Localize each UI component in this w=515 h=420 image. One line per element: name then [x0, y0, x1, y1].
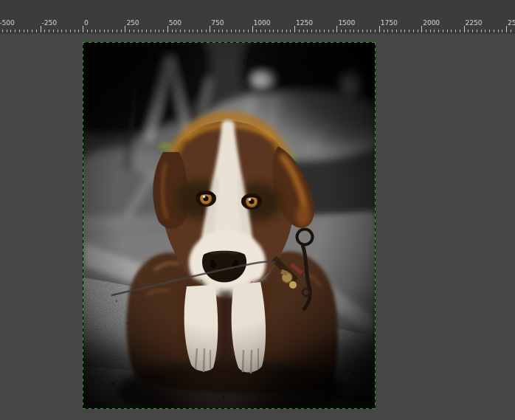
ruler-tick	[129, 30, 130, 32]
ruler-tick	[155, 30, 156, 32]
ruler-tick	[401, 30, 401, 32]
ruler-tick	[464, 26, 465, 32]
ruler-tick	[384, 30, 384, 32]
ruler-tick	[307, 30, 308, 32]
ruler-tick	[201, 30, 202, 32]
ruler-tick	[502, 30, 502, 32]
ruler-label: 2000	[423, 20, 440, 27]
ruler-tick	[455, 30, 456, 32]
ruler-tick	[70, 30, 71, 32]
ruler-tick	[231, 30, 232, 32]
ruler-tick	[434, 30, 435, 32]
image-layer[interactable]	[83, 42, 376, 409]
ruler-tick	[345, 30, 346, 32]
layer-boundary-right	[375, 42, 376, 409]
ruler-label: -500	[0, 20, 15, 27]
ruler-tick	[189, 30, 190, 32]
ruler-tick	[36, 30, 37, 32]
ruler-tick	[53, 30, 54, 32]
photo-border-collie-puppy[interactable]	[83, 43, 375, 408]
ruler-tick	[447, 30, 448, 32]
ruler-tick	[146, 30, 147, 32]
ruler-tick	[350, 30, 350, 32]
ruler-tick	[32, 30, 32, 32]
ruler-tick	[485, 30, 485, 32]
ruler-tick	[125, 26, 125, 32]
ruler-tick	[214, 30, 215, 32]
ruler-tick	[319, 30, 320, 32]
ruler-tick	[108, 30, 108, 32]
ruler-tick	[341, 30, 342, 32]
horizontal-ruler[interactable]: -500-25002505007501000125015001750200022…	[0, 18, 515, 33]
ruler-tick	[443, 30, 443, 32]
ruler-tick	[49, 30, 49, 32]
ruler-tick	[438, 30, 439, 32]
ruler-tick	[252, 26, 253, 32]
ruler-label: 250	[126, 20, 139, 27]
layer-boundary-bottom	[83, 408, 376, 409]
ruler-tick	[138, 30, 139, 32]
ruler-tick	[83, 26, 83, 32]
ruler-tick	[248, 30, 249, 32]
ruler-tick	[243, 30, 244, 32]
ruler-tick	[61, 30, 62, 32]
ruler-tick	[396, 30, 397, 32]
ruler-tick	[193, 30, 193, 32]
ruler-tick	[409, 30, 409, 32]
ruler-tick	[91, 30, 92, 32]
ruler-tick	[333, 30, 333, 32]
ruler-tick	[104, 30, 105, 32]
ruler-tick	[277, 30, 278, 32]
ruler-tick	[19, 30, 20, 32]
ruler-tick	[353, 30, 354, 32]
ruler-tick	[294, 26, 295, 32]
ruler-tick	[197, 30, 198, 32]
ruler-tick	[163, 30, 164, 32]
ruler-tick	[210, 26, 210, 32]
ruler-tick	[41, 26, 41, 32]
ruler-tick	[134, 30, 134, 32]
ruler-label: 1000	[254, 20, 271, 27]
ruler-tick	[421, 26, 422, 32]
ruler-tick	[10, 30, 11, 32]
ruler-tick	[227, 30, 227, 32]
ruler-tick	[58, 30, 58, 32]
ruler-tick	[66, 30, 66, 32]
ruler-label: 500	[169, 20, 182, 27]
window-top-spacer	[0, 0, 515, 18]
ruler-tick	[75, 30, 75, 32]
ruler-tick	[256, 30, 257, 32]
ruler-tick	[167, 26, 168, 32]
ruler-tick	[367, 30, 367, 32]
ruler-label: 1250	[296, 20, 313, 27]
ruler-tick	[78, 30, 79, 32]
ruler-tick	[498, 30, 499, 32]
ruler-tick	[159, 30, 159, 32]
ruler-label: 2250	[466, 20, 483, 27]
ruler-tick	[451, 30, 452, 32]
ruler-tick	[328, 30, 329, 32]
ruler-tick	[184, 30, 185, 32]
ruler-tick	[426, 30, 426, 32]
ruler-tick	[316, 30, 317, 32]
ruler-tick	[117, 30, 117, 32]
ruler-tick	[468, 30, 469, 32]
ruler-tick	[375, 30, 376, 32]
ruler-tick	[336, 26, 337, 32]
ruler-tick	[286, 30, 287, 32]
ruler-tick	[260, 30, 261, 32]
ruler-tick	[282, 30, 283, 32]
ruler-tick	[311, 30, 312, 32]
canvas-background[interactable]	[0, 33, 515, 420]
ruler-tick	[151, 30, 151, 32]
ruler-tick	[290, 30, 291, 32]
ruler-tick	[413, 30, 414, 32]
ruler-tick	[494, 30, 494, 32]
ruler-tick	[218, 30, 219, 32]
ruler-tick	[176, 30, 176, 32]
ruler-tick	[460, 30, 460, 32]
ruler-tick	[506, 26, 507, 32]
ruler-tick	[404, 30, 405, 32]
ruler-tick	[303, 30, 304, 32]
ruler-tick	[489, 30, 490, 32]
